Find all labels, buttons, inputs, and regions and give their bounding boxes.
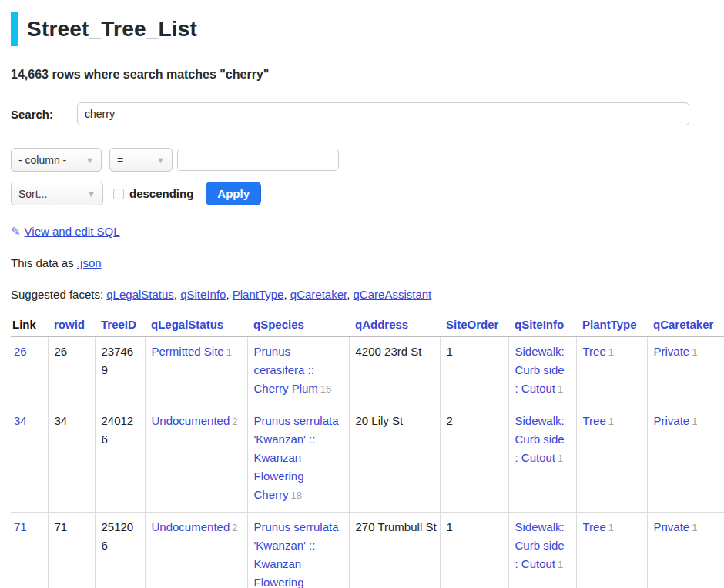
facet-value-link[interactable]: Private [654, 414, 690, 427]
facet-value-link[interactable]: Tree [583, 414, 606, 427]
cell-treeid: 237469 [95, 337, 145, 406]
facet-value-link[interactable]: Private [654, 345, 690, 358]
cell-siteorder: 1 [440, 337, 508, 406]
facet-count: 1 [692, 346, 697, 358]
facet-value-link[interactable]: Undocumented [152, 414, 230, 427]
cell-qspecies: Prunus cerasifera :: Cherry Plum16 [247, 337, 349, 406]
table-header-row: Link rowid TreeID qLegalStatus qSpecies … [11, 313, 724, 337]
facet-value-link[interactable]: Prunus cerasifera :: Cherry Plum [254, 345, 318, 395]
filter-row: - column - ▼ = ▼ [11, 148, 724, 172]
column-header-qcaretaker[interactable]: qCaretaker [647, 313, 724, 337]
column-header-planttype[interactable]: PlantType [576, 313, 647, 337]
sort-select-value: Sort... [18, 188, 47, 200]
facet-link-planttype[interactable]: PlantType [233, 288, 284, 301]
column-header-link: Link [11, 313, 48, 337]
search-input[interactable] [77, 102, 689, 125]
column-header-qlegalstatus[interactable]: qLegalStatus [145, 313, 247, 337]
cell-qlegalstatus: Permitted Site1 [145, 337, 247, 406]
search-label: Search: [11, 108, 77, 121]
facet-count: 1 [608, 346, 614, 358]
cell-qcaretaker: Private1 [647, 337, 724, 406]
facet-value-link[interactable]: Private [654, 520, 690, 533]
cell-qaddress: 4200 23rd St [349, 337, 440, 406]
chevron-down-icon: ▼ [87, 189, 96, 199]
facet-separator: , [283, 288, 287, 301]
suggested-facets: Suggested facets: qLegalStatus, qSiteInf… [11, 288, 724, 301]
facet-value-link[interactable]: Tree [583, 520, 606, 533]
facet-value-link[interactable]: Permitted Site [152, 345, 224, 358]
sort-select[interactable]: Sort... ▼ [11, 182, 103, 205]
facet-count: 16 [320, 383, 331, 395]
facet-link-qsiteinfo[interactable]: qSiteInfo [180, 288, 226, 301]
row-link[interactable]: 34 [14, 414, 27, 427]
facet-count: 1 [558, 559, 563, 570]
facet-count: 2 [232, 522, 237, 533]
data-as-row: This data as .json [11, 256, 724, 269]
cell-planttype: Tree1 [576, 337, 647, 406]
row-link[interactable]: 71 [14, 520, 27, 533]
page-title: Street_Tree_List [27, 12, 197, 46]
facet-count: 1 [692, 522, 697, 533]
cell-siteorder: 2 [440, 406, 508, 513]
cell-qlegalstatus: Undocumented2 [145, 513, 247, 588]
filter-operator-select[interactable]: = ▼ [109, 148, 173, 172]
facet-value-link[interactable]: Prunus serrulata 'Kwanzan' :: Kwanzan Fl… [254, 414, 339, 501]
apply-button[interactable]: Apply [206, 182, 261, 205]
table-row: 71 71 251206 Undocumented2 Prunus serrul… [11, 513, 724, 588]
facet-link-qlegalstatus[interactable]: qLegalStatus [106, 288, 174, 301]
column-header-qaddress[interactable]: qAddress [349, 313, 440, 337]
cell-treeid: 251206 [95, 513, 145, 588]
cell-planttype: Tree1 [576, 406, 647, 513]
column-header-qsiteinfo[interactable]: qSiteInfo [508, 313, 576, 337]
filter-column-select-value: - column - [18, 154, 66, 166]
facet-count: 1 [692, 416, 697, 427]
column-header-qspecies[interactable]: qSpecies [247, 313, 349, 337]
cell-link: 71 [11, 513, 48, 588]
facet-link-qcaretaker[interactable]: qCaretaker [290, 288, 347, 301]
cell-qsiteinfo: Sidewalk: Curb side : Cutout1 [508, 406, 576, 513]
column-header-treeid[interactable]: TreeID [95, 313, 145, 337]
sort-row: Sort... ▼ descending Apply [11, 182, 724, 205]
table-row: 26 26 237469 Permitted Site1 Prunus cera… [11, 337, 724, 406]
facets-prefix: Suggested facets: [11, 288, 103, 301]
facet-separator: , [347, 288, 350, 301]
cell-qsiteinfo: Sidewalk: Curb side : Cutout1 [508, 337, 576, 406]
cell-link: 26 [11, 337, 48, 406]
facet-count: 1 [558, 383, 563, 395]
json-link[interactable]: .json [77, 256, 102, 269]
filter-column-select[interactable]: - column - ▼ [11, 148, 102, 172]
row-link[interactable]: 26 [14, 345, 27, 358]
facet-value-link[interactable]: Prunus serrulata 'Kwanzan' :: Kwanzan Fl… [254, 520, 339, 588]
cell-qcaretaker: Private1 [647, 406, 724, 513]
facet-link-qcareassistant[interactable]: qCareAssistant [354, 288, 432, 301]
cell-rowid: 71 [48, 513, 95, 588]
column-header-siteorder[interactable]: SiteOrder [440, 313, 508, 337]
column-header-rowid[interactable]: rowid [48, 313, 95, 337]
sql-row: ✎View and edit SQL [11, 225, 724, 239]
facet-count: 18 [291, 489, 302, 501]
cell-qspecies: Prunus serrulata 'Kwanzan' :: Kwanzan Fl… [247, 513, 349, 588]
row-count-summary: 14,663 rows where search matches "cherry… [11, 68, 724, 82]
chevron-down-icon: ▼ [156, 155, 165, 165]
descending-checkbox[interactable] [113, 189, 124, 199]
facet-count: 1 [608, 522, 614, 533]
cell-rowid: 34 [48, 406, 95, 513]
cell-treeid: 240126 [95, 406, 145, 513]
data-as-prefix: This data as [11, 256, 74, 269]
facet-value-link[interactable]: Tree [583, 345, 606, 358]
facet-value-link[interactable]: Undocumented [152, 520, 230, 533]
cell-qlegalstatus: Undocumented2 [145, 406, 247, 513]
facet-separator: , [174, 288, 177, 301]
cell-siteorder: 1 [440, 513, 508, 588]
descending-label: descending [129, 187, 193, 200]
search-row: Search: [11, 102, 724, 125]
cell-qcaretaker: Private1 [647, 513, 724, 588]
facet-count: 1 [558, 453, 563, 464]
cell-planttype: Tree1 [576, 513, 647, 588]
cell-qaddress: 270 Trumbull St [349, 513, 440, 588]
results-table: Link rowid TreeID qLegalStatus qSpecies … [11, 313, 724, 588]
view-edit-sql-link[interactable]: View and edit SQL [25, 225, 120, 238]
page-header: Street_Tree_List [11, 12, 724, 46]
filter-value-input[interactable] [177, 149, 339, 171]
facet-count: 2 [232, 416, 237, 427]
